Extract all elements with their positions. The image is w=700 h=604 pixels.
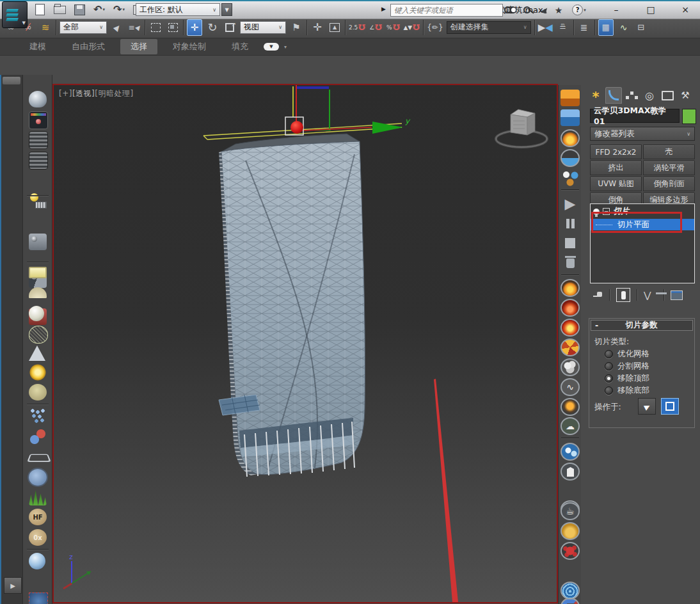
modifier-button-shell[interactable]: 壳 xyxy=(643,145,695,159)
building-model[interactable] xyxy=(219,134,365,477)
radio-split-mesh-circle[interactable] xyxy=(605,362,613,370)
vray-sphere-light-icon[interactable] xyxy=(29,306,44,321)
preset-candle-icon[interactable] xyxy=(561,398,580,416)
license-key-icon[interactable] xyxy=(520,4,534,16)
show-end-result-icon[interactable] xyxy=(616,288,630,302)
object-color-swatch[interactable] xyxy=(682,109,696,124)
vray-selected-tool-icon[interactable] xyxy=(29,592,48,604)
left-panel-expand-button[interactable]: ▶ xyxy=(4,577,22,594)
radio-refine-mesh-circle[interactable] xyxy=(605,350,613,358)
sim-delete-icon[interactable] xyxy=(561,254,580,272)
curve-editor-icon[interactable]: ∿ xyxy=(617,20,631,35)
ornatrix-icon[interactable]: 0x xyxy=(29,529,47,546)
communication-center-icon[interactable] xyxy=(536,4,550,16)
preset-coffee-icon[interactable]: ☕ xyxy=(561,502,580,520)
reference-coordinate-dropdown[interactable]: 视图∨ xyxy=(240,21,286,34)
radio-remove-bottom[interactable]: 移除底部 xyxy=(605,385,649,396)
radio-remove-top[interactable]: 移除顶部 xyxy=(605,373,649,384)
modifier-button-bevel-profile[interactable]: 倒角剖面 xyxy=(643,177,695,191)
save-file-icon[interactable] xyxy=(72,3,87,17)
preset-whirlpool-icon[interactable] xyxy=(561,582,580,600)
vray-mesh-light-icon[interactable] xyxy=(29,326,48,344)
ribbon-minimize-icon[interactable]: ▼ xyxy=(264,43,279,51)
preset-clouds-icon[interactable]: ☁ xyxy=(561,417,580,435)
sim-play-icon[interactable]: ▶ xyxy=(561,195,580,212)
select-and-manipulate-icon[interactable]: ✛ xyxy=(310,20,324,35)
tab-object-paint[interactable]: 对象绘制 xyxy=(163,39,216,54)
ribbon-minimize-arrow[interactable]: ▾ xyxy=(284,44,287,50)
preset-honey-icon[interactable] xyxy=(561,522,580,540)
preset-water-drops-icon[interactable] xyxy=(561,443,580,461)
tab-utilities[interactable]: ⚒ xyxy=(677,87,694,104)
favorites-star-icon[interactable]: ★ xyxy=(552,4,566,16)
operate-on-polygon-button[interactable] xyxy=(661,398,679,415)
slice-plane-gizmo[interactable]: y xyxy=(203,85,411,139)
vray-camera-icon[interactable] xyxy=(29,234,47,250)
make-unique-icon[interactable]: ⋁ xyxy=(644,290,651,300)
named-selection-dropdown[interactable]: 创建选择集∨ xyxy=(447,21,531,34)
tab-hierarchy[interactable] xyxy=(623,87,640,104)
phoenix-liquid-sim-icon[interactable] xyxy=(561,109,580,126)
minimize-button[interactable]: – xyxy=(605,3,627,17)
tab-create[interactable]: * xyxy=(587,87,604,104)
keyboard-shortcut-override-icon[interactable]: ▲ xyxy=(328,20,342,35)
viewcube[interactable] xyxy=(496,109,547,147)
rectangular-selection-region-icon[interactable] xyxy=(148,20,163,35)
object-name-field[interactable]: 云学贝3DMAX教学01 xyxy=(590,109,680,123)
graphite-ribbon-toggle-icon[interactable]: ▦ xyxy=(598,19,614,36)
selection-filter-dropdown[interactable]: 全部∨ xyxy=(60,21,107,34)
workspace-dropdown[interactable]: 工作区: 默认∨ xyxy=(136,3,220,16)
vray-framebuffer-icon[interactable] xyxy=(29,111,48,129)
schematic-view-icon[interactable]: ⊟ xyxy=(634,20,648,35)
phoenix-particles-icon[interactable] xyxy=(561,170,580,187)
undo-button[interactable]: ↶▾ xyxy=(91,3,107,17)
vray-asset-editor-icon[interactable] xyxy=(29,152,48,170)
preset-milk-icon[interactable] xyxy=(561,463,580,481)
search-arrow-icon[interactable]: ▶ xyxy=(381,6,386,12)
workspace-dropdown-button[interactable]: ▼ xyxy=(221,3,232,16)
layer-manager-icon[interactable]: ≣ xyxy=(577,20,591,35)
search-icon[interactable] xyxy=(503,4,517,16)
tab-populate[interactable]: 填充 xyxy=(221,39,259,54)
vray-material-sphere-icon[interactable] xyxy=(29,553,45,569)
snaps-toggle-icon[interactable]: 2.5Ω xyxy=(349,20,365,35)
pin-stack-icon[interactable] xyxy=(594,290,603,299)
configure-modifier-sets-icon[interactable] xyxy=(671,290,683,300)
modifier-button-extrude[interactable]: 挤出 xyxy=(590,161,642,175)
open-file-icon[interactable] xyxy=(52,3,67,17)
sim-pause-icon[interactable] xyxy=(561,214,580,232)
preset-cigarette-smoke-icon[interactable]: ∿ xyxy=(561,378,580,396)
rollout-header[interactable]: - 切片参数 xyxy=(591,320,693,331)
window-crossing-toggle-icon[interactable] xyxy=(166,20,180,35)
rollout-collapse-icon[interactable]: - xyxy=(595,321,598,330)
phoenix-fire-source-icon[interactable] xyxy=(561,129,580,147)
bind-to-space-warp-icon[interactable]: ≋ xyxy=(38,20,52,35)
select-object-icon[interactable]: ▶ xyxy=(110,20,124,35)
vray-scatter-icon[interactable] xyxy=(29,408,47,424)
close-button[interactable]: × xyxy=(674,3,696,17)
modifier-button-turbosmooth[interactable]: 涡轮平滑 xyxy=(643,161,695,175)
tab-selection[interactable]: 选择 xyxy=(120,39,157,54)
preset-explosion-icon[interactable] xyxy=(561,319,580,337)
modifier-button-ffd[interactable]: FFD 2x2x2 xyxy=(590,145,642,159)
tab-modeling[interactable]: 建模 xyxy=(19,39,56,54)
vray-ies-light-icon[interactable] xyxy=(29,346,45,361)
radio-split-mesh[interactable]: 分割网格 xyxy=(605,361,649,372)
preset-blood-splash-icon[interactable] xyxy=(561,542,580,560)
operate-on-face-button[interactable]: ▶ xyxy=(638,398,656,415)
use-pivot-center-icon[interactable]: ⚑ xyxy=(289,20,303,35)
align-icon[interactable]: ≞ xyxy=(556,20,570,35)
vray-sun-icon[interactable] xyxy=(29,364,47,381)
tab-display[interactable] xyxy=(659,87,676,104)
named-selection-sets-icon[interactable]: {✏} xyxy=(427,20,443,35)
vray-sky-icon[interactable] xyxy=(29,384,47,401)
phoenix-liquid-source-icon[interactable] xyxy=(561,149,580,167)
vray-rect-light-icon[interactable] xyxy=(29,267,47,278)
redo-button[interactable]: ↷▾ xyxy=(111,3,127,17)
tab-motion[interactable]: ◎ xyxy=(641,87,658,104)
preset-steam-icon[interactable] xyxy=(561,358,580,376)
spinner-snap-icon[interactable]: ▲▼Ω xyxy=(403,20,420,35)
preset-campfire-icon[interactable] xyxy=(561,279,580,297)
vray-grass-icon[interactable] xyxy=(29,489,47,505)
modifier-list-dropdown[interactable]: 修改器列表∨ xyxy=(590,127,695,141)
